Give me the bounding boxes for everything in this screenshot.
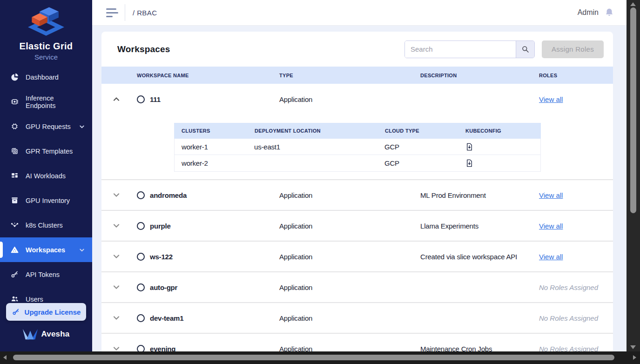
scroll-left-arrow-icon[interactable] (3, 355, 7, 360)
sidebar-item-label: k8s Clusters (26, 222, 63, 229)
workspace-type: Application (279, 222, 420, 230)
topbar-divider (125, 4, 125, 21)
app-window: Elastic Grid Service Dashboard Inference… (0, 0, 640, 364)
topbar-right: Admin (578, 7, 627, 18)
sidebar-item-workspaces[interactable]: Workspaces (0, 237, 92, 262)
sidebar-nav: Dashboard Inference Endpoints GPU Reques… (0, 65, 92, 311)
horizontal-scrollbar-thumb[interactable] (13, 355, 614, 360)
table-row: purple Application Llama Experiments Vie… (101, 211, 613, 242)
menu-toggle-icon[interactable] (106, 8, 118, 17)
key-icon (10, 270, 19, 279)
cluster-row: worker-2 GCP (175, 155, 540, 171)
download-file-icon (465, 142, 474, 151)
cloud-type: GCP (377, 143, 458, 151)
cluster-name: worker-1 (175, 143, 247, 151)
users-icon (10, 295, 19, 303)
sidebar: Elastic Grid Service Dashboard Inference… (0, 0, 92, 351)
search-icon (521, 45, 530, 54)
sidebar-item-api-tokens[interactable]: API Tokens (0, 262, 92, 287)
app-subtitle: Service (0, 53, 92, 61)
vertical-scrollbar[interactable] (627, 0, 640, 351)
subtable-body: worker-1 us-east1 GCP worker-2 GCP (174, 139, 541, 172)
chevron-down-icon (113, 222, 120, 229)
breadcrumb: / RBAC (133, 9, 157, 17)
workspace-type: Application (279, 345, 420, 352)
cluster-row: worker-1 us-east1 GCP (175, 139, 540, 155)
workspace-name: 111 (150, 95, 161, 103)
notification-bell-icon[interactable] (604, 7, 614, 18)
box-icon (10, 196, 19, 205)
view-all-roles-link[interactable]: View all (539, 222, 613, 230)
app-title: Elastic Grid (0, 41, 92, 52)
kubeconfig-download-button[interactable] (458, 159, 540, 168)
sidebar-item-k8s-clusters[interactable]: k8s Clusters (0, 213, 92, 237)
workspace-radio[interactable] (137, 253, 145, 261)
workspace-description: Created via slice workspace API (420, 253, 539, 261)
expand-row-button[interactable] (101, 191, 137, 199)
workspace-radio[interactable] (137, 222, 145, 230)
table-row: auto-gpr Application No Roles Assigned (101, 272, 613, 303)
view-all-roles-link[interactable]: View all (539, 95, 613, 103)
workspace-name: dev-team1 (150, 314, 183, 322)
copy-icon (10, 147, 19, 155)
workspace-radio[interactable] (137, 191, 145, 199)
vertical-scrollbar-thumb[interactable] (630, 7, 636, 213)
expand-row-button[interactable] (101, 283, 137, 291)
sidebar-item-gpr-templates[interactable]: GPR Templates (0, 139, 92, 163)
cluster-name: worker-2 (175, 159, 247, 167)
workspace-radio[interactable] (137, 95, 145, 103)
workspace-radio[interactable] (137, 345, 145, 352)
sidebar-item-gpu-requests[interactable]: GPU Requests (0, 114, 92, 139)
workspace-description: Maintenance Cron Jobs (420, 345, 539, 352)
workspace-description: ML Prod Environment (420, 191, 539, 199)
subtable-header-row: CLUSTERS DEPLOYMENT LOCATION CLOUD TYPE … (174, 123, 541, 139)
user-menu-label[interactable]: Admin (578, 8, 599, 17)
collapse-row-button[interactable] (101, 95, 137, 103)
view-all-roles-link[interactable]: View all (539, 191, 613, 199)
no-roles-label: No Roles Assigned (539, 314, 613, 322)
expand-row-button[interactable] (101, 314, 137, 322)
grid-icon (10, 171, 19, 180)
sidebar-item-ai-workloads[interactable]: AI Workloads (0, 163, 92, 188)
workspace-description: Llama Experiments (420, 222, 539, 230)
scroll-down-arrow-icon[interactable] (630, 345, 636, 349)
scroll-right-arrow-icon[interactable] (633, 355, 636, 360)
chevron-down-icon (113, 314, 120, 322)
sidebar-item-label: Inference Endpoints (26, 94, 85, 109)
pie-chart-icon (10, 73, 19, 81)
workspaces-card: Workspaces Assign Roles WORKSPACE NAME T… (101, 32, 613, 351)
workspace-name: andromeda (150, 191, 187, 199)
table-row: dev-team1 Application No Roles Assigned (101, 303, 613, 334)
horizontal-scrollbar[interactable] (0, 351, 640, 364)
workspace-name: evening (150, 345, 175, 352)
workspace-radio[interactable] (137, 314, 145, 322)
sidebar-item-inference-endpoints[interactable]: Inference Endpoints (0, 89, 92, 114)
expand-row-button[interactable] (101, 253, 137, 260)
workspace-type: Application (279, 283, 420, 291)
view-all-roles-link[interactable]: View all (539, 253, 613, 261)
scroll-up-arrow-icon[interactable] (630, 2, 636, 6)
elastic-grid-logo-icon (22, 4, 70, 40)
expand-row-button[interactable] (101, 222, 137, 229)
chevron-down-icon (79, 124, 85, 129)
workspace-radio[interactable] (137, 283, 145, 291)
sidebar-item-gpu-inventory[interactable]: GPU Inventory (0, 188, 92, 213)
expand-row-button[interactable] (101, 345, 137, 351)
sidebar-item-dashboard[interactable]: Dashboard (0, 65, 92, 89)
workspace-type: Application (279, 314, 420, 322)
workspace-type: Application (279, 95, 420, 103)
chevron-down-icon (113, 345, 120, 351)
page-title: Workspaces (117, 44, 170, 54)
search-button[interactable] (516, 41, 534, 58)
chip-ai-icon (10, 97, 19, 106)
search-input[interactable] (405, 41, 516, 58)
column-header-workspace-name: WORKSPACE NAME (137, 73, 279, 78)
sidebar-item-label: GPR Templates (26, 148, 73, 155)
workspace-type: Application (279, 253, 420, 261)
upgrade-license-button[interactable]: Upgrade License (6, 303, 86, 321)
column-header-clusters: CLUSTERS (174, 128, 247, 134)
kubeconfig-download-button[interactable] (458, 142, 540, 151)
assign-roles-button[interactable]: Assign Roles (542, 40, 604, 58)
table-row: evening Application Maintenance Cron Job… (101, 334, 613, 351)
topbar: / RBAC Admin (92, 0, 627, 26)
